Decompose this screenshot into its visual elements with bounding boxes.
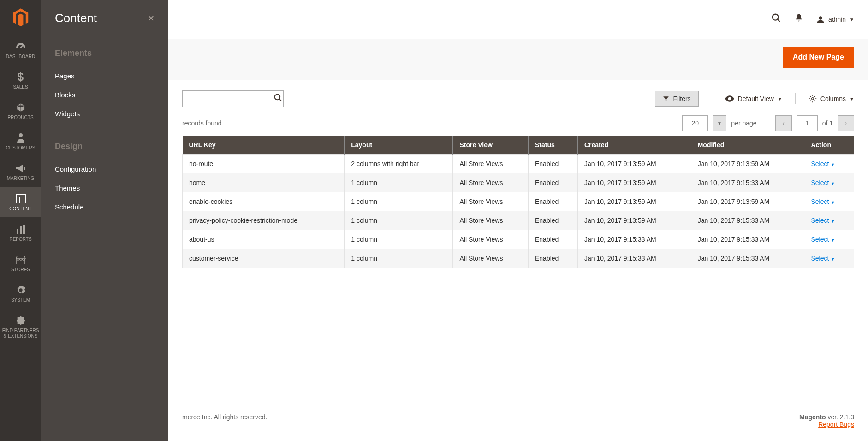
nav-item-stores[interactable]: STORES: [0, 248, 41, 278]
cell-modified: Jan 10, 2017 9:13:59 AM: [691, 192, 804, 211]
flyout-section-title: Elements: [55, 48, 155, 58]
table-row[interactable]: privacy-policy-cookie-restriction-mode1 …: [183, 211, 854, 230]
column-header[interactable]: Modified: [691, 136, 804, 155]
table-row[interactable]: enable-cookies1 columnAll Store ViewsEna…: [183, 192, 854, 211]
flyout-link-themes[interactable]: Themes: [55, 179, 155, 197]
cell-store_view: All Store Views: [453, 249, 529, 268]
next-page-button[interactable]: ›: [838, 115, 854, 131]
nav-item-label: PRODUCTS: [7, 115, 33, 120]
pages-table: URL KeyLayoutStore ViewStatusCreatedModi…: [182, 136, 854, 268]
close-icon[interactable]: ✕: [148, 13, 155, 24]
svg-point-2: [19, 133, 23, 137]
select-action[interactable]: Select▼: [811, 255, 835, 262]
admin-user-menu[interactable]: admin ▼: [816, 15, 854, 24]
default-view-dropdown[interactable]: Default View ▼: [725, 95, 782, 102]
column-header[interactable]: Store View: [453, 136, 529, 155]
cell-modified: Jan 10, 2017 9:15:33 AM: [691, 249, 804, 268]
search-submit-icon[interactable]: [273, 93, 283, 105]
cell-layout: 1 column: [345, 211, 453, 230]
nav-item-customers[interactable]: CUSTOMERS: [0, 126, 41, 156]
cell-action: Select▼: [804, 249, 854, 268]
column-header[interactable]: Action: [804, 136, 854, 155]
filters-button[interactable]: Filters: [655, 91, 698, 107]
select-action[interactable]: Select▼: [811, 236, 835, 243]
cell-url_key: about-us: [183, 230, 345, 249]
svg-point-12: [274, 94, 280, 100]
cell-url_key: no-route: [183, 155, 345, 173]
column-header[interactable]: URL Key: [183, 136, 345, 155]
cell-layout: 2 columns with right bar: [345, 155, 453, 173]
search-input[interactable]: [183, 95, 273, 102]
columns-label: Columns: [820, 95, 846, 102]
nav-item-products[interactable]: PRODUCTS: [0, 95, 41, 126]
flyout-link-schedule[interactable]: Schedule: [55, 197, 155, 216]
nav-item-reports[interactable]: REPORTS: [0, 217, 41, 248]
copyright: merce Inc. All rights reserved.: [182, 413, 267, 428]
prev-page-button[interactable]: ‹: [775, 115, 792, 131]
svg-point-9: [773, 14, 779, 20]
table-row[interactable]: about-us1 columnAll Store ViewsEnabledJa…: [183, 230, 854, 249]
select-action[interactable]: Select▼: [811, 160, 835, 167]
cell-status: Enabled: [529, 249, 578, 268]
admin-username: admin: [828, 16, 846, 23]
table-row[interactable]: home1 columnAll Store ViewsEnabledJan 10…: [183, 173, 854, 192]
flyout-link-configuration[interactable]: Configuration: [55, 160, 155, 179]
cell-modified: Jan 10, 2017 9:13:59 AM: [691, 155, 804, 173]
cell-action: Select▼: [804, 173, 854, 192]
search-icon[interactable]: [771, 13, 781, 26]
flyout-section-title: Design: [55, 142, 155, 151]
nav-item-content[interactable]: CONTENT: [0, 187, 41, 217]
column-header[interactable]: Status: [529, 136, 578, 155]
flyout-title: Content: [55, 11, 97, 25]
column-header[interactable]: Layout: [345, 136, 453, 155]
cell-layout: 1 column: [345, 249, 453, 268]
cell-url_key: privacy-policy-cookie-restriction-mode: [183, 211, 345, 230]
eye-icon: [725, 95, 734, 102]
caret-down-icon: ▼: [831, 219, 835, 224]
table-row[interactable]: customer-service1 columnAll Store ViewsE…: [183, 249, 854, 268]
per-page-value[interactable]: 20: [682, 115, 708, 131]
flyout-link-widgets[interactable]: Widgets: [55, 104, 155, 123]
per-page-dropdown[interactable]: ▼: [713, 115, 726, 131]
table-row[interactable]: no-route2 columns with right barAll Stor…: [183, 155, 854, 173]
footer: merce Inc. All rights reserved. Magento …: [168, 400, 868, 441]
cell-created: Jan 10, 2017 9:13:59 AM: [577, 192, 691, 211]
cell-action: Select▼: [804, 192, 854, 211]
layout-icon: [16, 192, 26, 205]
nav-item-marketing[interactable]: MARKETING: [0, 156, 41, 187]
svg-rect-3: [16, 195, 25, 203]
nav-item-dashboard[interactable]: DASHBOARD: [0, 35, 41, 65]
nav-item-label: SALES: [13, 84, 28, 90]
cell-action: Select▼: [804, 155, 854, 173]
select-action[interactable]: Select▼: [811, 198, 835, 205]
cell-modified: Jan 10, 2017 9:15:33 AM: [691, 230, 804, 249]
select-action[interactable]: Select▼: [811, 179, 835, 186]
columns-dropdown[interactable]: Columns ▼: [809, 95, 854, 103]
select-action[interactable]: Select▼: [811, 217, 835, 224]
cell-store_view: All Store Views: [453, 155, 529, 173]
svg-rect-8: [23, 225, 25, 234]
svg-rect-6: [17, 229, 18, 234]
bell-icon[interactable]: [794, 13, 803, 26]
nav-item-label: REPORTS: [9, 237, 31, 242]
filters-label: Filters: [673, 95, 690, 102]
column-header[interactable]: Created: [577, 136, 691, 155]
cell-modified: Jan 10, 2017 9:15:33 AM: [691, 211, 804, 230]
report-bugs-link[interactable]: Report Bugs: [818, 421, 854, 428]
cell-created: Jan 10, 2017 9:13:59 AM: [577, 173, 691, 192]
magento-logo[interactable]: [0, 0, 41, 35]
megaphone-icon: [15, 162, 26, 175]
nav-item-sales[interactable]: $SALES: [0, 65, 41, 95]
gear-icon: [16, 284, 26, 297]
nav-item-find-partners-extensions[interactable]: FIND PARTNERS & EXTENSIONS: [0, 309, 41, 345]
nav-item-system[interactable]: SYSTEM: [0, 278, 41, 309]
flyout-link-pages[interactable]: Pages: [55, 66, 155, 85]
cell-created: Jan 10, 2017 9:15:33 AM: [577, 249, 691, 268]
cell-layout: 1 column: [345, 192, 453, 211]
funnel-icon: [663, 95, 669, 102]
page-input[interactable]: [797, 115, 818, 131]
add-new-page-button[interactable]: Add New Page: [783, 47, 854, 68]
flyout-link-blocks[interactable]: Blocks: [55, 85, 155, 104]
cell-store_view: All Store Views: [453, 192, 529, 211]
nav-item-label: SYSTEM: [11, 298, 30, 303]
